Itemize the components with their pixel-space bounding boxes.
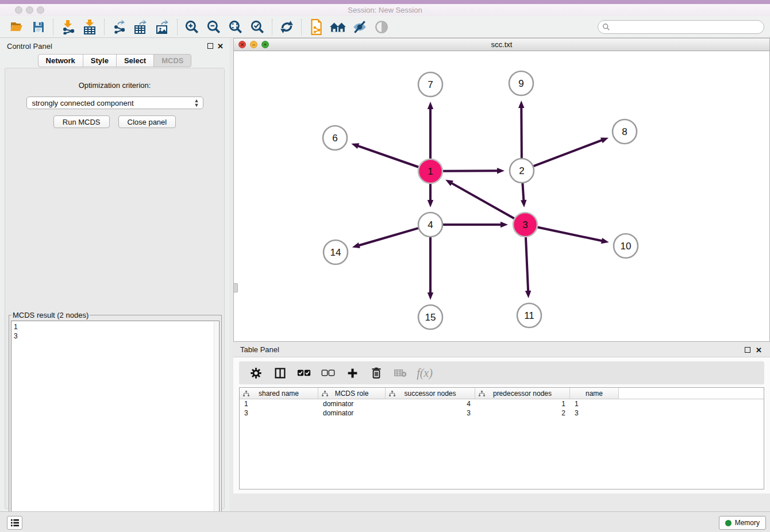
- home-button[interactable]: [327, 18, 349, 36]
- optimization-criterion-select[interactable]: strongly connected component ▲▼: [26, 97, 203, 109]
- table-row[interactable]: 1dominator411: [240, 399, 764, 408]
- import-network-button[interactable]: [57, 18, 79, 36]
- zoom-fit-button[interactable]: [225, 18, 247, 36]
- close-panel-icon[interactable]: ✕: [756, 346, 762, 354]
- export-table-button[interactable]: [130, 18, 152, 36]
- column-header-successor-nodes[interactable]: successor nodes: [386, 388, 475, 399]
- columns-button[interactable]: [272, 365, 287, 380]
- float-panel-icon[interactable]: [745, 347, 750, 353]
- table-cell[interactable]: 1: [240, 399, 318, 408]
- task-history-button[interactable]: [7, 516, 22, 530]
- search-input[interactable]: [598, 20, 764, 34]
- panel-divider-grip[interactable]: [234, 283, 238, 292]
- edge-3-11[interactable]: [526, 237, 528, 291]
- zoom-in-button[interactable]: [181, 18, 203, 36]
- network-window-titlebar[interactable]: ✕ − + scc.txt: [234, 38, 769, 51]
- houses-icon: [329, 20, 346, 34]
- graph-node-15[interactable]: 15: [418, 305, 442, 329]
- zoom-out-button[interactable]: [203, 18, 225, 36]
- graph-node-4[interactable]: 4: [418, 213, 442, 237]
- run-mcds-button[interactable]: Run MCDS: [53, 115, 110, 128]
- graph-node-10[interactable]: 10: [614, 234, 638, 258]
- network-canvas[interactable]: 7968124314101511: [234, 51, 769, 341]
- zoom-out-icon: [206, 20, 222, 34]
- select-all-button[interactable]: [297, 365, 311, 380]
- zoom-selected-button[interactable]: [247, 18, 268, 36]
- open-session-button[interactable]: [6, 18, 28, 36]
- session-title: Session: New Session: [0, 6, 770, 14]
- node-table[interactable]: shared nameMCDS rolesuccessor nodesprede…: [239, 387, 764, 489]
- table-cell[interactable]: 3: [570, 408, 619, 418]
- graph-node-2[interactable]: 2: [510, 159, 534, 183]
- deselect-all-button[interactable]: [321, 365, 336, 380]
- graph-node-11[interactable]: 11: [517, 303, 541, 327]
- column-header-predecessor-nodes[interactable]: predecessor nodes: [475, 388, 570, 399]
- edge-1-2[interactable]: [443, 171, 498, 171]
- result-scrollbar[interactable]: [214, 322, 218, 525]
- zoom-in-icon: [184, 20, 200, 34]
- column-header-name[interactable]: name: [570, 388, 619, 399]
- edge-3-10[interactable]: [538, 228, 602, 241]
- memory-button[interactable]: Memory: [719, 516, 766, 530]
- table-cell[interactable]: dominator: [318, 408, 386, 418]
- export-table-icon: [133, 20, 149, 34]
- import-table-button[interactable]: [79, 18, 101, 36]
- tab-mcds[interactable]: MCDS: [153, 54, 191, 67]
- export-network-button[interactable]: [108, 18, 130, 36]
- graph-node-1[interactable]: 1: [418, 159, 442, 183]
- graph-node-3[interactable]: 3: [513, 213, 537, 237]
- edge-2-8[interactable]: [534, 140, 602, 166]
- graph-node-7[interactable]: 7: [418, 72, 442, 97]
- toolbar-separator: [53, 19, 53, 35]
- edge-1-6[interactable]: [358, 146, 419, 167]
- delete-row-button[interactable]: [369, 365, 384, 380]
- svg-text:11: 11: [524, 310, 534, 321]
- edge-2-9[interactable]: [521, 107, 522, 158]
- new-network-from-selection-button[interactable]: [305, 18, 327, 36]
- add-row-button[interactable]: [345, 365, 360, 380]
- mcds-result-text[interactable]: 1 3: [11, 321, 220, 526]
- status-bar: Memory: [0, 511, 770, 532]
- export-network-icon: [111, 20, 127, 34]
- table-cell[interactable]: 1: [570, 399, 619, 408]
- table-cell[interactable]: 1: [475, 399, 570, 408]
- search-field-wrap: [598, 20, 764, 34]
- arrowhead-icon: [445, 180, 453, 186]
- tab-network[interactable]: Network: [38, 54, 83, 67]
- tab-select[interactable]: Select: [116, 54, 154, 67]
- float-panel-icon[interactable]: [207, 43, 213, 49]
- graph-node-6[interactable]: 6: [323, 126, 347, 150]
- memory-status-icon: [725, 520, 732, 526]
- save-session-button[interactable]: [28, 18, 49, 36]
- node-table-rows: 1dominator4113dominator323: [240, 399, 764, 418]
- column-header-MCDS-role[interactable]: MCDS role: [318, 388, 386, 399]
- arrowhead-icon: [428, 292, 433, 300]
- table-row[interactable]: 3dominator323: [240, 408, 764, 418]
- first-neighbors-button[interactable]: [276, 18, 298, 36]
- close-panel-icon[interactable]: ✕: [217, 42, 224, 51]
- arrowhead-icon: [352, 242, 360, 248]
- tab-style[interactable]: Style: [83, 54, 117, 67]
- column-header-shared-name[interactable]: shared name: [240, 388, 318, 399]
- table-cell[interactable]: 2: [475, 408, 570, 418]
- table-settings-button[interactable]: [248, 365, 263, 380]
- network-graph[interactable]: 7968124314101511: [234, 51, 769, 341]
- graph-node-8[interactable]: 8: [613, 119, 637, 144]
- table-cell[interactable]: 3: [240, 408, 318, 418]
- svg-text:8: 8: [622, 126, 627, 137]
- table-panel-body: f(x) shared nameMCDS rolesuccessor nodes…: [233, 357, 770, 494]
- table-cell[interactable]: 3: [386, 408, 475, 418]
- toolbar-separator: [272, 19, 272, 35]
- unchecked-boxes-icon: [321, 368, 335, 377]
- network-view-window: ✕ − + scc.txt 7968124314101511: [233, 38, 770, 342]
- table-cell[interactable]: 4: [386, 399, 475, 408]
- close-panel-button[interactable]: Close panel: [118, 115, 176, 128]
- table-cell[interactable]: dominator: [318, 399, 386, 408]
- hide-selected-button[interactable]: [349, 18, 371, 36]
- graph-node-14[interactable]: 14: [324, 240, 348, 264]
- graph-node-9[interactable]: 9: [509, 71, 533, 95]
- export-image-button[interactable]: [152, 18, 174, 36]
- edge-4-14[interactable]: [359, 228, 418, 245]
- edge-3-1[interactable]: [452, 183, 514, 219]
- edge-2-3[interactable]: [522, 183, 523, 201]
